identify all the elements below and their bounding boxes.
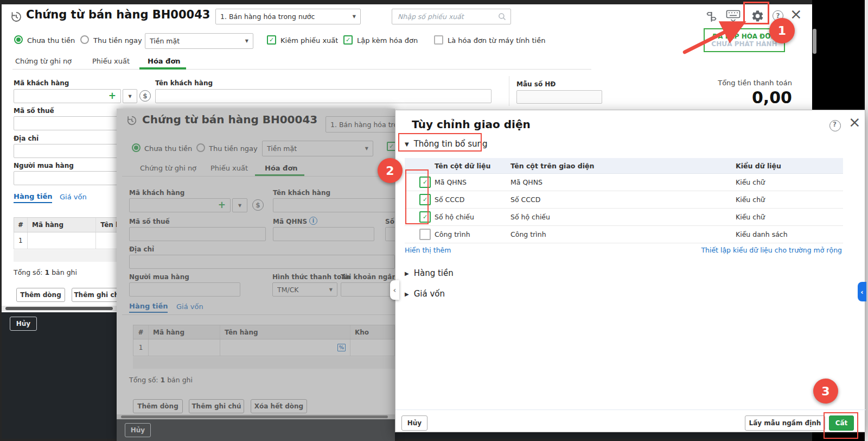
tab-hoa-don[interactable]: Hóa đơn (148, 57, 181, 65)
detail-tab-hang-tien[interactable]: Hàng tiền (14, 192, 52, 203)
close-icon[interactable]: × (790, 7, 802, 21)
col-ui-name: Tên cột trên giao diện (510, 162, 736, 170)
annotation-rect-checkboxes (405, 169, 429, 224)
show-more-link[interactable]: Hiển thị thêm (405, 246, 451, 254)
annotation-step-3: 3 (813, 379, 838, 404)
form-vertical-divider (509, 76, 509, 106)
grid-col-index: # (14, 218, 28, 232)
grid-row-index: 1 (14, 232, 28, 249)
tab-phieu-xuat[interactable]: Phiếu xuất (92, 57, 130, 65)
modal-cancel-button[interactable]: Hủy (401, 415, 427, 431)
cell-ui-name: Mã QHNS (510, 178, 736, 186)
extension-table-header: Tên cột dữ liệu Tên cột trên giao diện K… (405, 158, 843, 174)
customer-name-input[interactable] (155, 89, 492, 103)
customer-code-dropdown[interactable]: ▼ (123, 89, 137, 103)
document-type-select[interactable]: 1. Bán hàng hóa trong nước ▼ (215, 9, 361, 24)
checkbox-cong-trinh[interactable] (419, 229, 431, 240)
cell-ui-name: Số CCCD (510, 196, 736, 204)
history-icon[interactable] (10, 10, 23, 26)
h-scrollbar-thumb[interactable] (5, 307, 113, 310)
grid-cell-item-name[interactable] (96, 232, 117, 249)
modal-footer-divider (395, 410, 866, 410)
cell-data-type: Kiểu chữ (736, 213, 843, 221)
record-count-value: 1 (44, 268, 49, 276)
search-input[interactable] (392, 12, 498, 21)
v-scrollbar-thumb[interactable] (813, 29, 816, 54)
customer-code-label: Mã khách hàng (14, 79, 69, 87)
radio-chua-thu-tien[interactable] (14, 35, 23, 44)
checkbox-kiem-phieu-xuat[interactable]: ✓ (267, 35, 276, 45)
table-row-so-cccd: ✓ Số CCCD Số CCCD Kiểu chữ (405, 191, 843, 209)
table-row-cong-trinh: Công trình Công trình Kiểu danh sách (405, 226, 843, 243)
tabs-divider (12, 69, 591, 70)
radio-thu-tien-ngay-label: Thu tiền ngay (93, 36, 142, 45)
radio-chua-thu-tien-label: Chưa thu tiền (27, 36, 75, 45)
extension-fields-table: Tên cột dữ liệu Tên cột trên giao diện K… (405, 158, 843, 243)
invoice-template-input[interactable] (516, 90, 602, 104)
cell-data-type: Kiểu danh sách (736, 230, 843, 238)
panel-collapse-handle[interactable]: ‹ (390, 280, 399, 300)
section-hang-tien[interactable]: ▶ Hàng tiền (405, 268, 454, 278)
tax-code-label: Mã số thuế (14, 107, 54, 115)
col-data-type: Kiểu dữ liệu (736, 162, 843, 170)
modal-close-icon[interactable]: × (848, 115, 861, 129)
table-row-so-ho-chieu: ✓ Số hộ chiếu Số hộ chiếu Kiểu chữ (405, 209, 843, 226)
checkbox-may-tinh-tien[interactable] (434, 35, 443, 45)
page-title: Chứng từ bán hàng BH00043 (26, 8, 210, 21)
main-cancel-button[interactable]: Hủy (10, 317, 37, 331)
checkbox-may-tinh-tien-label: Là hóa đơn từ máy tính tiền (448, 36, 545, 45)
cell-data-name: Số hộ chiếu (435, 213, 510, 221)
search-icon[interactable] (498, 12, 510, 21)
annotation-arrow (679, 18, 748, 56)
invoice-template-label: Mẫu số HĐ (516, 80, 556, 88)
radio-thu-tien-ngay[interactable] (80, 35, 89, 44)
grid-cell-item-code[interactable] (28, 232, 97, 249)
table-row-ma-qhns: ✓ Mã QHNS Mã QHNS Kiểu chữ (405, 174, 843, 191)
search-box (392, 9, 511, 24)
payment-type-value: Tiền mặt (150, 37, 180, 45)
triangle-right-icon: ▶ (405, 270, 409, 276)
grid-scroll-band (14, 250, 118, 262)
items-grid-row[interactable]: 1 (14, 232, 118, 249)
default-template-button[interactable]: Lấy mẫu ngầm định (745, 415, 825, 431)
checkbox-lap-kem-hoa-don-label: Lập kèm hóa đơn (357, 36, 418, 45)
add-icon[interactable]: + (108, 90, 116, 101)
tax-code-input[interactable] (14, 116, 118, 130)
customize-ui-modal: Tùy chỉnh giao diện ? × ▼ Thông tin bổ s… (395, 110, 865, 432)
address-label: Địa chỉ (14, 135, 39, 142)
chevron-down-icon: ▼ (353, 14, 356, 19)
items-grid-header: # Mã hàng Tên hàng (14, 217, 118, 232)
total-amount-label: Tổng tiền thanh toán (678, 79, 792, 87)
active-tab-underline (139, 67, 186, 70)
col-data-name: Tên cột dữ liệu (435, 162, 510, 170)
modal-help-glyph: ? (833, 121, 837, 128)
tab-chung-tu-ghi-no[interactable]: Chứng từ ghi nợ (15, 57, 72, 65)
mid-window: Chứng từ bán hàng BH00043 1. Bán hàng hó… (117, 109, 395, 441)
cell-ui-name: Công trình (510, 230, 736, 238)
currency-icon[interactable]: $ (139, 90, 151, 102)
chevron-down-icon: ▼ (128, 94, 131, 99)
cell-data-name: Công trình (435, 230, 510, 238)
total-amount-value: 0,00 (678, 88, 792, 107)
modal-title: Tùy chỉnh giao diện (412, 118, 531, 131)
side-collapse-handle[interactable]: ‹ (858, 282, 866, 301)
customer-code-input[interactable]: + (14, 89, 121, 103)
buyer-label: Người mua hàng (14, 162, 74, 169)
record-count-suffix: bản ghi (52, 268, 77, 276)
detail-tab-gia-von[interactable]: Giá vốn (60, 193, 87, 201)
chevron-down-icon: ▼ (245, 39, 248, 43)
record-count: Tổng số: 1 bản ghi (14, 268, 77, 276)
buyer-input[interactable] (14, 171, 118, 185)
document-type-value: 1. Bán hàng hóa trong nước (220, 12, 315, 21)
section-gia-von[interactable]: ▶ Giá vốn (405, 289, 445, 299)
checkbox-lap-kem-hoa-don[interactable]: ✓ (343, 35, 353, 45)
add-row-button[interactable]: Thêm dòng (16, 288, 65, 302)
cell-data-name: Số CCCD (435, 196, 510, 204)
address-input[interactable] (14, 144, 118, 158)
cell-data-type: Kiểu chữ (736, 178, 843, 186)
screenshot-stage: Chứng từ bán hàng BH00043 1. Bán hàng hó… (0, 0, 868, 441)
setup-data-type-link[interactable]: Thiết lập kiểu dữ liệu cho trường mở rộn… (701, 246, 842, 254)
customer-name-label: Tên khách hàng (155, 79, 213, 87)
payment-type-select[interactable]: Tiền mặt ▼ (145, 33, 253, 49)
checkbox-kiem-phieu-xuat-label: Kiêm phiếu xuất (280, 36, 338, 45)
